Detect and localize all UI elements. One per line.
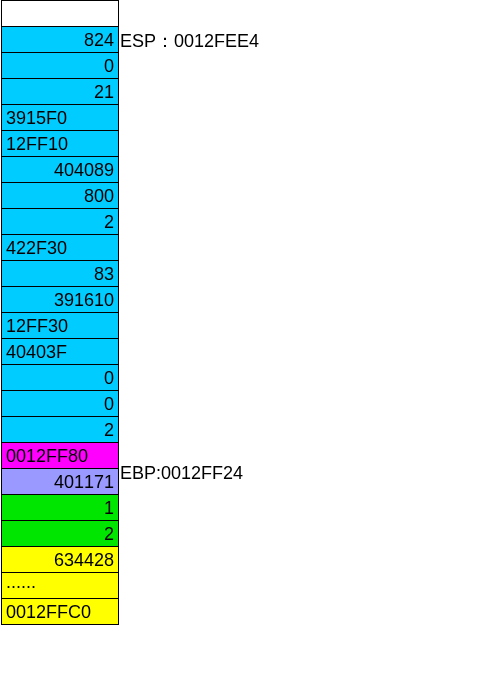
stack-cell: 0012FF80 [2, 443, 118, 469]
stack-cell: 40403F [2, 339, 118, 365]
stack-cell: 0 [2, 391, 118, 417]
esp-label: ESP：0012FEE4 [120, 28, 259, 54]
diagram-canvas: 8240213915F012FF104040898002422F30833916… [0, 0, 502, 680]
stack-cell: 2 [2, 209, 118, 235]
stack-cell: 634428 [2, 547, 118, 573]
ebp-label: EBP:0012FF24 [120, 460, 243, 486]
stack-cell: 0 [2, 365, 118, 391]
stack-cell: 401171 [2, 469, 118, 495]
stack-cell: 3915F0 [2, 105, 118, 131]
stack-column: 8240213915F012FF104040898002422F30833916… [1, 0, 119, 625]
stack-cell: 404089 [2, 157, 118, 183]
stack-cell: 21 [2, 79, 118, 105]
stack-cell: 12FF30 [2, 313, 118, 339]
stack-cell: 391610 [2, 287, 118, 313]
stack-cell: 800 [2, 183, 118, 209]
stack-cell: 0012FFC0 [2, 599, 118, 625]
stack-cell: 422F30 [2, 235, 118, 261]
stack-cell [2, 1, 118, 27]
stack-cell: 83 [2, 261, 118, 287]
stack-cell: ······ [2, 573, 118, 599]
stack-cell: 0 [2, 53, 118, 79]
stack-cell: 824 [2, 27, 118, 53]
stack-cell: 2 [2, 521, 118, 547]
stack-cell: 12FF10 [2, 131, 118, 157]
stack-cell: 1 [2, 495, 118, 521]
stack-cell: 2 [2, 417, 118, 443]
